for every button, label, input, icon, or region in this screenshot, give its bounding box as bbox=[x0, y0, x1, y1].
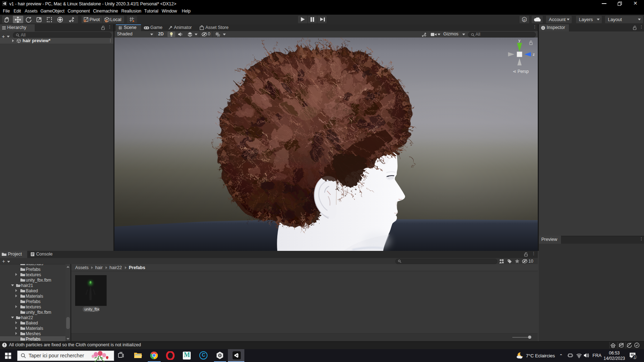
svg-text:⋖ Persp: ⋖ Persp bbox=[513, 69, 529, 74]
svg-text:1: 1 bbox=[634, 356, 636, 359]
svg-text:z: z bbox=[533, 52, 535, 56]
svg-text:y: y bbox=[518, 38, 521, 43]
svg-text:p: p bbox=[523, 18, 525, 21]
svg-text:Y: Y bbox=[218, 34, 220, 37]
